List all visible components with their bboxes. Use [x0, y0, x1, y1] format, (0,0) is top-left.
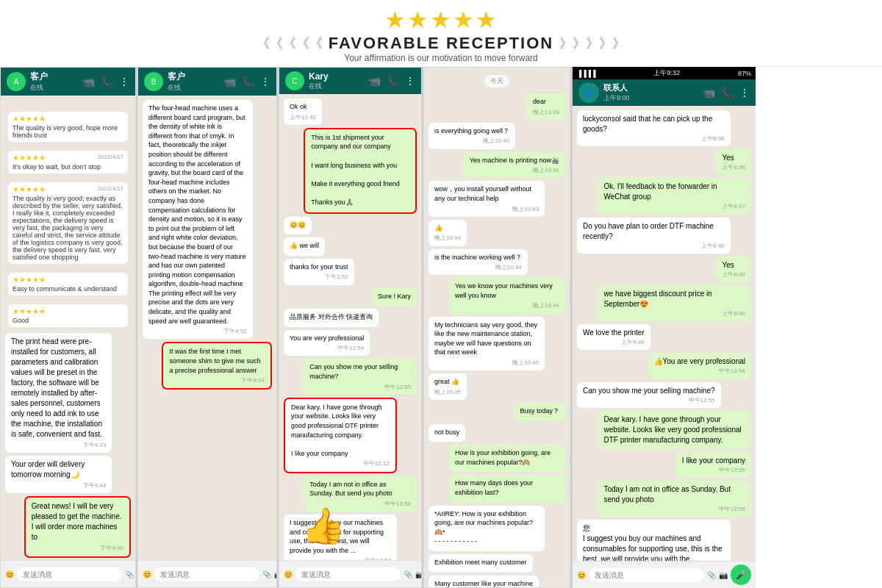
- chat-message: *AIIREY: How is your exhibition going, a…: [429, 506, 545, 551]
- phone-icon-3[interactable]: 📞: [387, 75, 399, 87]
- menu-icon-2[interactable]: ⋮: [260, 76, 270, 87]
- chat-message: Busy today？: [514, 403, 565, 421]
- review-item: ★★★★★2022/4/17It's okay to wait, but don…: [8, 151, 128, 173]
- video-icon-right[interactable]: 📹: [703, 87, 715, 98]
- thumbs-up-badge: 👍: [301, 506, 345, 547]
- chat-message: Yes machine is printing now🖨️晚上10:41: [464, 152, 565, 179]
- chat-message: 👍晚上10:44: [429, 220, 467, 246]
- chat-message: great 👍晚上10:45: [429, 373, 467, 400]
- video-icon[interactable]: 📹: [82, 76, 95, 87]
- signal-indicator: ▐▐▐▐: [577, 70, 596, 77]
- message-input[interactable]: [17, 567, 122, 581]
- phone-icon-right[interactable]: 📞: [721, 87, 734, 98]
- menu-icon-3[interactable]: ⋮: [405, 75, 415, 87]
- emoji-icon-3[interactable]: 😊: [284, 570, 293, 578]
- chat-message-right: I like your company中午12:55: [676, 452, 751, 478]
- attach-icon-2[interactable]: 📎: [262, 570, 271, 578]
- chat-message-right: 👍You are very professional中午12:54: [648, 353, 751, 379]
- right-header-icons: 📹 📞 ⋮: [703, 87, 750, 98]
- chat-message: 品质服务 对外合作 快递查询: [284, 309, 379, 327]
- chat-message: 😊😊: [284, 217, 312, 235]
- chat-message: not busy: [429, 424, 465, 442]
- panel3-header: C Kary 在线 📹 📞 ⋮: [279, 68, 421, 94]
- contact-name-3: Kary: [309, 71, 329, 82]
- avatar: A: [7, 72, 26, 91]
- message-input-3[interactable]: [295, 567, 401, 581]
- video-icon-2[interactable]: 📹: [223, 76, 236, 87]
- contact-avatar-right: 👤: [578, 82, 599, 103]
- contact-status-right: 上午9:00: [603, 93, 630, 103]
- right-sidebar-header: 👤 联系人 上午9:00 📹 📞 ⋮: [573, 79, 756, 106]
- chat-message-right: Can you show me your selling machine?中午1…: [577, 382, 721, 408]
- emoji-icon-right[interactable]: 😊: [577, 571, 586, 579]
- chat-message-right: 您 I suggest you buy our machines and con…: [577, 520, 731, 561]
- emoji-icon[interactable]: 😊: [5, 570, 14, 578]
- attach-icon-3[interactable]: 📎: [404, 570, 412, 578]
- panel4-body: 今天dear晚上10:39is everything going well？晚上…: [424, 68, 570, 587]
- chat-message: is the machine working well？晚上10:44: [429, 249, 528, 276]
- chat-message-right: Yes上午8:40: [716, 257, 751, 282]
- right-sidebar: ▐▐▐▐ 上午9:32 87% 👤 联系人 上午9:00 📹 📞 ⋮ lucky…: [572, 67, 756, 588]
- page-subtitle: Your affirmation is our motivation to mo…: [0, 53, 882, 63]
- phone-icon[interactable]: 📞: [101, 76, 113, 87]
- panel1-input[interactable]: 😊 📎 📷 🎤: [1, 560, 135, 587]
- header-icons-3: 📹 📞 ⋮: [368, 75, 415, 87]
- chat-message: The print head were pre-installed for cu…: [5, 333, 112, 453]
- chat-message: Sure ! Kary: [372, 288, 417, 306]
- panel3-body: Ok ok上午11:42This is 1st shipment your co…: [279, 94, 421, 560]
- avatar-3: C: [285, 71, 304, 90]
- chat-message-right: luckyconsol said that he can pick up the…: [577, 110, 731, 146]
- chevron-left: 《《《《《: [257, 35, 323, 52]
- attach-icon-right[interactable]: 📎: [707, 571, 716, 579]
- attach-icon[interactable]: 📎: [125, 570, 134, 578]
- review-item: ★★★★★Good: [8, 304, 128, 327]
- review-item: ★★★★★2022/4/17The quality is very good; …: [8, 182, 128, 264]
- send-button-right[interactable]: 🎤: [731, 564, 751, 585]
- panel3-input[interactable]: 😊 📎 📷 🎤: [279, 560, 421, 587]
- contact-status-2: 在线: [168, 83, 185, 93]
- contact-name-2: 客户: [168, 71, 185, 83]
- panel2-input[interactable]: 😊 📎 📷 🎤: [138, 560, 276, 587]
- contact-name-right: 联系人: [603, 82, 630, 93]
- chat-message: 👍 we will: [284, 237, 325, 256]
- menu-icon-right[interactable]: ⋮: [739, 87, 750, 98]
- contact-status: 在线: [30, 83, 48, 93]
- phone-icon-2[interactable]: 📞: [242, 76, 254, 87]
- camera-icon-right[interactable]: 📷: [719, 571, 728, 579]
- chat-message: Your order will delivery tomorrow mornin…: [5, 456, 112, 493]
- chat-message: Yes we know your machines very well you …: [449, 278, 565, 313]
- contact-name: 客户: [30, 71, 48, 83]
- chat-message: thanks for your trust下午1:52: [284, 259, 354, 285]
- chat-message: Dear kary. I have gone through your webs…: [284, 398, 397, 473]
- camera-icon-3[interactable]: 📷: [415, 570, 422, 578]
- chat-message: How is your exhibition going, are our ma…: [449, 445, 565, 472]
- chat-message-right: We love the printer上午8:40: [577, 324, 650, 350]
- chat-message-right: Ok. I'll feedback to the forwarder in We…: [598, 178, 751, 214]
- review-item: ★★★★★Easy to communicate & understand: [8, 273, 128, 295]
- menu-icon[interactable]: ⋮: [119, 76, 129, 87]
- message-input-right[interactable]: [589, 568, 704, 582]
- chat-message-right: Today I am not in office as Sunday. But …: [598, 481, 751, 517]
- chat-message: Many customer like your machine: [429, 576, 539, 587]
- chat-message: It was the first time I met someone shim…: [162, 342, 272, 390]
- chat-message: You are very professional中午12:54: [284, 330, 370, 356]
- chat-message-right: Dear kary. I have gone through your webs…: [598, 411, 751, 449]
- video-icon-3[interactable]: 📹: [368, 75, 381, 87]
- chat-message: dear晚上10:39: [527, 93, 565, 120]
- page-title: FAVORABLE RECEPTION: [329, 34, 554, 53]
- chat-message: My technicians say very good, they like …: [429, 317, 545, 371]
- emoji-icon-2[interactable]: 😊: [143, 570, 151, 578]
- header-icons: 📹 📞 ⋮: [82, 76, 129, 87]
- panel-reviews-chat: A 客户 在线 📹 📞 ⋮ ★★★★★The quality is very g…: [0, 67, 136, 588]
- chat-message: wow，you install yourself without any our…: [429, 181, 545, 216]
- chat-message: Can you show me your selling machine?中午1…: [304, 359, 417, 394]
- contact-status-3: 在线: [309, 82, 329, 91]
- header-icons-2: 📹 📞 ⋮: [223, 76, 270, 87]
- message-input-2[interactable]: [154, 567, 259, 581]
- avatar-2: B: [144, 72, 163, 91]
- chat-message-right: we have biggest discount price in Septem…: [598, 285, 751, 321]
- panel3-chat: C Kary 在线 📹 📞 ⋮ Ok ok上午11:42This is 1st …: [279, 67, 422, 588]
- system-message: 今天: [484, 75, 509, 87]
- chat-message-right: Yes上午8:36: [716, 149, 751, 175]
- right-sidebar-input[interactable]: 😊 📎 📷 🎤: [573, 561, 756, 588]
